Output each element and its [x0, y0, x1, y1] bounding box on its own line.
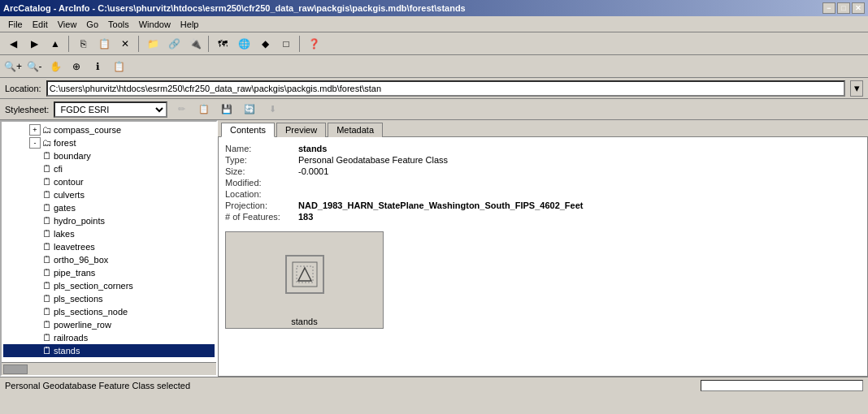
hscroll-thumb[interactable]	[3, 364, 28, 374]
tree-label[interactable]: compass_course	[54, 125, 121, 135]
tab-metadata[interactable]: Metadata	[328, 123, 383, 137]
tree-container[interactable]: + 🗂 compass_course - 🗂 forest 🗒 boundary	[2, 122, 216, 362]
tree-label[interactable]: cfi	[54, 164, 63, 174]
copy-button[interactable]: ⎘	[73, 35, 93, 53]
tree-item-leavetrees[interactable]: 🗒 leavetrees	[3, 240, 215, 253]
back-button[interactable]: ◀	[3, 35, 23, 53]
tree-label[interactable]: pls_sections_node	[54, 307, 128, 317]
new-map-button[interactable]: □	[276, 35, 296, 53]
paste-button[interactable]: 📋	[94, 35, 114, 53]
tree-item-pls-section-corners[interactable]: 🗒 pls_section_corners	[3, 279, 215, 292]
info-row-type: Type: Personal Geodatabase Feature Class	[225, 155, 861, 165]
tree-item-gates[interactable]: 🗒 gates	[3, 201, 215, 214]
menu-go[interactable]: Go	[81, 18, 103, 31]
tree-item-pls-sections-node[interactable]: 🗒 pls_sections_node	[3, 305, 215, 318]
menu-view[interactable]: View	[53, 18, 82, 31]
connect-folder-button[interactable]: 🔗	[164, 35, 184, 53]
full-extent-button[interactable]: ⊕	[67, 58, 86, 75]
tree-item-ortho-96-box[interactable]: 🗒 ortho_96_box	[3, 253, 215, 266]
location-label: Location:	[5, 84, 41, 93]
pan-button[interactable]: ✋	[46, 58, 65, 75]
menu-file[interactable]: File	[3, 18, 28, 31]
tree-label[interactable]: hydro_points	[54, 216, 105, 226]
tree-label[interactable]: railroads	[54, 333, 88, 343]
tree-item-boundary[interactable]: 🗒 boundary	[3, 149, 215, 162]
help-button[interactable]: ❓	[304, 35, 323, 53]
info-row-modified: Modified:	[225, 178, 861, 188]
features-value: 183	[298, 212, 313, 222]
tree-item-powerline-row[interactable]: 🗒 powerline_row	[3, 318, 215, 331]
minimize-button[interactable]: −	[822, 2, 835, 14]
delete-button[interactable]: ✕	[115, 35, 135, 53]
up-button[interactable]: ▲	[46, 35, 65, 53]
expand-compass[interactable]: +	[29, 124, 41, 136]
stylesheet-btn1[interactable]: ✏	[172, 101, 190, 118]
menu-tools[interactable]: Tools	[103, 18, 134, 31]
tree-item-stands[interactable]: 🗒 stands	[3, 344, 215, 357]
new-folder-button[interactable]: 📁	[143, 35, 163, 53]
feature-icon: 🗒	[42, 345, 52, 356]
stylesheet-btn5[interactable]: ⬇	[263, 101, 281, 118]
modified-label: Modified:	[225, 178, 298, 188]
tree-item-contour[interactable]: 🗒 contour	[3, 175, 215, 188]
folder-icon: 🗂	[42, 137, 52, 149]
tab-contents[interactable]: Contents	[221, 123, 275, 137]
disconnect-button[interactable]: 🔌	[185, 35, 205, 53]
projection-label: Projection:	[225, 201, 298, 210]
tab-preview[interactable]: Preview	[276, 123, 326, 137]
tree-label[interactable]: leavetrees	[54, 242, 95, 252]
tree-label[interactable]: boundary	[54, 151, 91, 161]
stylesheet-btn3[interactable]: 💾	[218, 101, 236, 118]
tree-item-hydro-points[interactable]: 🗒 hydro_points	[3, 214, 215, 227]
tree-label[interactable]: ortho_96_box	[54, 255, 108, 265]
tree-label[interactable]: stands	[54, 346, 80, 356]
menu-window[interactable]: Window	[134, 18, 176, 31]
feature-icon: 🗒	[42, 150, 52, 162]
tree-item-compass-course[interactable]: + 🗂 compass_course	[3, 123, 215, 136]
tree-item-railroads[interactable]: 🗒 railroads	[3, 331, 215, 344]
feature-icon: 🗒	[42, 306, 52, 317]
stylesheet-btn4[interactable]: 🔄	[241, 101, 258, 118]
feature-icon: 🗒	[42, 254, 52, 265]
expand-forest[interactable]: -	[29, 137, 41, 149]
tree-item-forest[interactable]: - 🗂 forest	[3, 136, 215, 149]
name-label: Name:	[225, 144, 298, 153]
location-input[interactable]	[46, 80, 845, 97]
forward-button[interactable]: ▶	[24, 35, 44, 53]
menubar: File Edit View Go Tools Window Help	[0, 16, 868, 32]
identify-button[interactable]: ℹ	[88, 58, 107, 75]
launch-arcmap-button[interactable]: 🗺	[213, 35, 232, 53]
tree-item-pls-sections[interactable]: 🗒 pls_sections	[3, 292, 215, 305]
tree-item-lakes[interactable]: 🗒 lakes	[3, 227, 215, 240]
tree-item-culverts[interactable]: 🗒 culverts	[3, 188, 215, 201]
close-button[interactable]: ✕	[852, 2, 865, 14]
preview-image-area	[237, 234, 371, 315]
tree-label[interactable]: forest	[54, 138, 76, 148]
stylesheet-btn2[interactable]: 📋	[195, 101, 213, 118]
feature-icon: 🗒	[42, 176, 52, 188]
location-dropdown-button[interactable]: ▾	[850, 80, 863, 97]
menu-edit[interactable]: Edit	[28, 18, 53, 31]
info-row-features: # of Features: 183	[225, 212, 861, 222]
tree-label[interactable]: lakes	[54, 229, 75, 239]
stylesheet-select[interactable]: FGDC ESRI	[54, 101, 167, 118]
titlebar-controls: − □ ✕	[822, 2, 865, 14]
tree-label[interactable]: pls_section_corners	[54, 281, 133, 291]
menu-help[interactable]: Help	[176, 18, 204, 31]
maximize-button[interactable]: □	[837, 2, 850, 14]
add-data-button[interactable]: ◆	[255, 35, 275, 53]
globe-button[interactable]: 🌐	[234, 35, 254, 53]
tree-label[interactable]: culverts	[54, 190, 85, 200]
tree-label[interactable]: powerline_row	[54, 320, 111, 330]
tree-label[interactable]: pls_sections	[54, 294, 103, 304]
tree-label[interactable]: pipe_trans	[54, 268, 95, 278]
tree-label[interactable]: gates	[54, 203, 76, 213]
zoom-out-button[interactable]: 🔍-	[24, 58, 44, 75]
find-button[interactable]: 📋	[109, 58, 128, 75]
size-label: Size:	[225, 166, 298, 176]
tree-item-pipe-trans[interactable]: 🗒 pipe_trans	[3, 266, 215, 279]
tree-label[interactable]: contour	[54, 177, 84, 187]
tree-item-cfi[interactable]: 🗒 cfi	[3, 162, 215, 175]
zoom-in-button[interactable]: 🔍+	[3, 58, 23, 75]
tree-horizontal-scrollbar[interactable]	[2, 362, 216, 375]
